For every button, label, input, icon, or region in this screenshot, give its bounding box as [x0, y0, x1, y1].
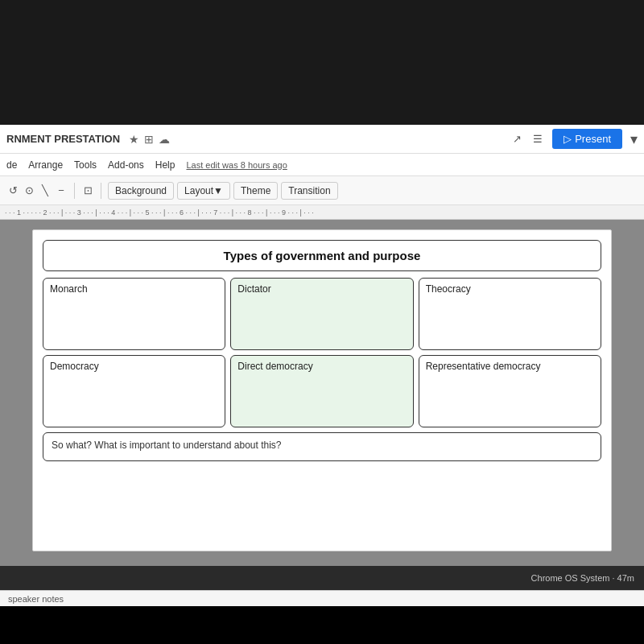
last-edit: Last edit was 8 hours ago: [186, 160, 287, 170]
cloud-icon[interactable]: ☁: [159, 133, 170, 146]
minus-icon: −: [55, 184, 68, 197]
undo-icon[interactable]: ↺: [6, 184, 19, 197]
representative-democracy-label: Representative democracy: [426, 361, 541, 372]
menu-addons[interactable]: Add-ons: [108, 159, 144, 171]
background-button[interactable]: Background: [108, 182, 174, 200]
grid-row-2: Democracy Direct democracy Representativ…: [43, 355, 601, 427]
menu-arrange[interactable]: Arrange: [28, 159, 63, 171]
theme-button[interactable]: Theme: [233, 182, 278, 200]
toolbar-bar: ↺ ⊙ ╲ − ⊡ Background Layout▼ Theme Trans…: [0, 176, 644, 205]
select-icon[interactable]: ╲: [39, 184, 52, 197]
cell-direct-democracy[interactable]: Direct democracy: [230, 355, 413, 427]
cell-representative-democracy[interactable]: Representative democracy: [419, 355, 601, 427]
dictator-label: Dictator: [237, 283, 270, 295]
separator1: [74, 183, 75, 199]
dropdown-arrow[interactable]: ▾: [630, 130, 638, 148]
speaker-notes-bar: speaker notes: [0, 590, 644, 606]
menu-tools[interactable]: Tools: [74, 159, 97, 171]
cursor-icon[interactable]: ⊙: [23, 184, 35, 197]
monarch-label: Monarch: [50, 283, 88, 295]
slide-area: Types of government and purpose Monarch …: [0, 220, 644, 566]
presentation-title: RNMENT PRESTATION: [6, 133, 120, 145]
cell-democracy[interactable]: Democracy: [43, 355, 225, 427]
chart-icon[interactable]: ↗: [510, 133, 523, 146]
separator2: [101, 183, 101, 199]
title-bar: RNMENT PRESTATION ★ ⊞ ☁ ↗ ☰ ▷ Present ▾: [0, 125, 644, 154]
slide: Types of government and purpose Monarch …: [32, 229, 612, 551]
comment-icon[interactable]: ☰: [531, 133, 544, 146]
cell-monarch[interactable]: Monarch: [43, 278, 225, 350]
os-system-text: Chrome OS System · 47m: [531, 573, 634, 583]
slide-title[interactable]: Types of government and purpose: [43, 240, 601, 271]
menu-de[interactable]: de: [6, 159, 17, 171]
screen-icon: ▷: [564, 133, 572, 145]
theocracy-label: Theocracy: [426, 283, 471, 295]
cell-theocracy[interactable]: Theocracy: [419, 278, 601, 350]
image-icon[interactable]: ⊡: [81, 184, 94, 197]
star-icon[interactable]: ★: [129, 133, 139, 146]
present-button[interactable]: ▷ Present: [552, 129, 622, 149]
layout-button[interactable]: Layout▼: [177, 182, 230, 200]
os-bar: Chrome OS System · 47m: [0, 566, 644, 590]
grid-row-1: Monarch Dictator Theocracy: [43, 278, 601, 350]
speaker-notes-label: speaker notes: [8, 594, 64, 604]
grid-icon[interactable]: ⊞: [144, 133, 154, 146]
transition-button[interactable]: Transition: [281, 182, 337, 200]
ruler: · · · 1 · · · · · 2 · · · | · · · 3 · · …: [0, 205, 644, 220]
cell-dictator[interactable]: Dictator: [230, 278, 413, 350]
top-black-area: [0, 0, 644, 125]
menu-bar: de Arrange Tools Add-ons Help Last edit …: [0, 154, 644, 176]
direct-democracy-label: Direct democracy: [237, 361, 312, 372]
menu-help[interactable]: Help: [155, 159, 175, 171]
bottom-note[interactable]: So what? What is important to understand…: [43, 432, 601, 461]
democracy-label: Democracy: [50, 361, 99, 372]
